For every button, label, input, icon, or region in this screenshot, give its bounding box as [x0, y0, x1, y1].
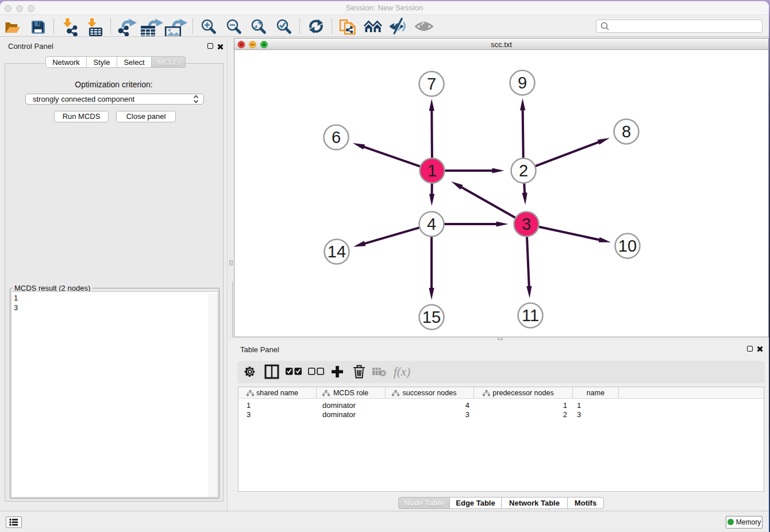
svg-text:7: 7	[427, 75, 436, 93]
svg-text:1: 1	[428, 161, 437, 180]
svg-text:15: 15	[422, 308, 441, 326]
svg-text:3: 3	[522, 215, 531, 233]
svg-text:14: 14	[328, 242, 346, 261]
svg-text:8: 8	[622, 122, 631, 141]
svg-text:10: 10	[618, 237, 637, 255]
svg-text:6: 6	[332, 128, 341, 147]
svg-text:9: 9	[518, 74, 527, 92]
svg-text:f(x): f(x)	[394, 365, 410, 379]
svg-text:4: 4	[427, 215, 436, 233]
svg-text:11: 11	[522, 306, 539, 325]
svg-text:2: 2	[519, 161, 528, 180]
